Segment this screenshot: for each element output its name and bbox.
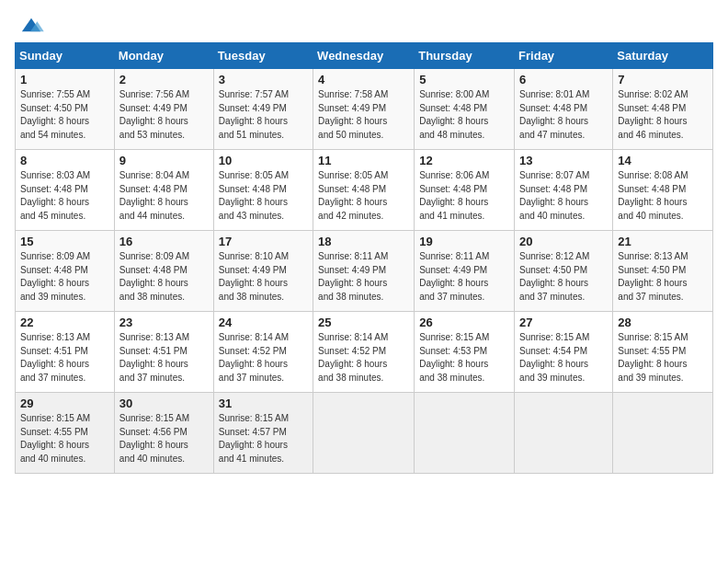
calendar-cell: 15Sunrise: 8:09 AM Sunset: 4:48 PM Dayli… [16, 231, 115, 312]
week-row-2: 8Sunrise: 8:03 AM Sunset: 4:48 PM Daylig… [16, 150, 713, 231]
day-number: 3 [219, 73, 308, 86]
calendar-cell: 16Sunrise: 8:09 AM Sunset: 4:48 PM Dayli… [114, 231, 213, 312]
calendar-cell: 28Sunrise: 8:15 AM Sunset: 4:55 PM Dayli… [613, 312, 713, 393]
weekday-monday: Monday [114, 43, 213, 69]
calendar-cell: 13Sunrise: 8:07 AM Sunset: 4:48 PM Dayli… [515, 150, 613, 231]
day-info: Sunrise: 8:11 AM Sunset: 4:49 PM Dayligh… [419, 250, 509, 304]
calendar-cell: 22Sunrise: 8:13 AM Sunset: 4:51 PM Dayli… [16, 312, 115, 393]
calendar-cell: 9Sunrise: 8:04 AM Sunset: 4:48 PM Daylig… [114, 150, 213, 231]
calendar-cell: 27Sunrise: 8:15 AM Sunset: 4:54 PM Dayli… [515, 312, 613, 393]
weekday-sunday: Sunday [16, 43, 115, 69]
day-info: Sunrise: 8:00 AM Sunset: 4:48 PM Dayligh… [419, 88, 509, 142]
calendar-cell: 31Sunrise: 8:15 AM Sunset: 4:57 PM Dayli… [213, 393, 313, 474]
calendar-cell: 11Sunrise: 8:05 AM Sunset: 4:48 PM Dayli… [313, 150, 415, 231]
calendar-cell: 4Sunrise: 7:58 AM Sunset: 4:49 PM Daylig… [313, 69, 415, 150]
day-info: Sunrise: 7:58 AM Sunset: 4:49 PM Dayligh… [318, 88, 409, 142]
day-number: 14 [618, 154, 708, 167]
day-info: Sunrise: 8:12 AM Sunset: 4:50 PM Dayligh… [519, 250, 608, 304]
calendar-cell [613, 393, 713, 474]
logo-icon [18, 15, 44, 35]
day-number: 25 [318, 316, 409, 329]
day-number: 29 [20, 396, 109, 410]
week-row-3: 15Sunrise: 8:09 AM Sunset: 4:48 PM Dayli… [16, 231, 713, 312]
day-number: 12 [419, 154, 509, 167]
day-info: Sunrise: 8:05 AM Sunset: 4:48 PM Dayligh… [219, 169, 308, 223]
day-info: Sunrise: 8:15 AM Sunset: 4:55 PM Dayligh… [20, 412, 109, 465]
calendar-cell: 5Sunrise: 8:00 AM Sunset: 4:48 PM Daylig… [415, 69, 515, 150]
day-number: 23 [119, 316, 209, 329]
day-number: 4 [318, 73, 409, 86]
day-info: Sunrise: 8:11 AM Sunset: 4:49 PM Dayligh… [318, 250, 409, 304]
day-number: 22 [20, 316, 109, 329]
day-number: 20 [519, 235, 608, 248]
calendar-cell: 29Sunrise: 8:15 AM Sunset: 4:55 PM Dayli… [16, 393, 115, 474]
day-number: 18 [318, 235, 409, 248]
day-number: 24 [219, 316, 308, 329]
calendar-cell: 6Sunrise: 8:01 AM Sunset: 4:48 PM Daylig… [515, 69, 613, 150]
day-info: Sunrise: 8:10 AM Sunset: 4:49 PM Dayligh… [219, 250, 308, 304]
calendar-cell: 3Sunrise: 7:57 AM Sunset: 4:49 PM Daylig… [213, 69, 313, 150]
header [15, 15, 713, 35]
week-row-5: 29Sunrise: 8:15 AM Sunset: 4:55 PM Dayli… [16, 393, 713, 474]
day-number: 10 [219, 154, 308, 167]
weekday-tuesday: Tuesday [213, 43, 313, 69]
day-info: Sunrise: 8:03 AM Sunset: 4:48 PM Dayligh… [20, 169, 109, 223]
day-info: Sunrise: 8:13 AM Sunset: 4:51 PM Dayligh… [119, 331, 209, 385]
weekday-thursday: Thursday [415, 43, 515, 69]
day-info: Sunrise: 8:13 AM Sunset: 4:51 PM Dayligh… [20, 331, 109, 385]
day-number: 26 [419, 316, 509, 329]
calendar-cell: 12Sunrise: 8:06 AM Sunset: 4:48 PM Dayli… [415, 150, 515, 231]
calendar-cell: 26Sunrise: 8:15 AM Sunset: 4:53 PM Dayli… [415, 312, 515, 393]
calendar-cell: 18Sunrise: 8:11 AM Sunset: 4:49 PM Dayli… [313, 231, 415, 312]
calendar-cell [515, 393, 613, 474]
day-number: 7 [618, 73, 708, 86]
day-info: Sunrise: 7:55 AM Sunset: 4:50 PM Dayligh… [20, 88, 109, 142]
day-number: 16 [119, 235, 209, 248]
day-info: Sunrise: 8:15 AM Sunset: 4:57 PM Dayligh… [219, 412, 308, 465]
weekday-header-row: SundayMondayTuesdayWednesdayThursdayFrid… [16, 43, 713, 69]
day-info: Sunrise: 8:07 AM Sunset: 4:48 PM Dayligh… [519, 169, 608, 223]
calendar-cell: 25Sunrise: 8:14 AM Sunset: 4:52 PM Dayli… [313, 312, 415, 393]
day-number: 30 [119, 396, 209, 410]
calendar-cell: 17Sunrise: 8:10 AM Sunset: 4:49 PM Dayli… [213, 231, 313, 312]
calendar-cell: 21Sunrise: 8:13 AM Sunset: 4:50 PM Dayli… [613, 231, 713, 312]
day-info: Sunrise: 8:14 AM Sunset: 4:52 PM Dayligh… [318, 331, 409, 385]
day-info: Sunrise: 8:15 AM Sunset: 4:55 PM Dayligh… [618, 331, 708, 385]
day-info: Sunrise: 8:05 AM Sunset: 4:48 PM Dayligh… [318, 169, 409, 223]
day-info: Sunrise: 8:15 AM Sunset: 4:54 PM Dayligh… [519, 331, 608, 385]
calendar-cell: 14Sunrise: 8:08 AM Sunset: 4:48 PM Dayli… [613, 150, 713, 231]
calendar-cell: 23Sunrise: 8:13 AM Sunset: 4:51 PM Dayli… [114, 312, 213, 393]
day-number: 1 [20, 73, 109, 86]
day-number: 8 [20, 154, 109, 167]
day-number: 17 [219, 235, 308, 248]
day-number: 5 [419, 73, 509, 86]
logo [15, 15, 44, 35]
calendar-cell: 10Sunrise: 8:05 AM Sunset: 4:48 PM Dayli… [213, 150, 313, 231]
day-info: Sunrise: 8:06 AM Sunset: 4:48 PM Dayligh… [419, 169, 509, 223]
day-info: Sunrise: 7:56 AM Sunset: 4:49 PM Dayligh… [119, 88, 209, 142]
day-number: 15 [20, 235, 109, 248]
day-info: Sunrise: 7:57 AM Sunset: 4:49 PM Dayligh… [219, 88, 308, 142]
calendar-cell [415, 393, 515, 474]
day-info: Sunrise: 8:15 AM Sunset: 4:56 PM Dayligh… [119, 412, 209, 465]
weekday-friday: Friday [515, 43, 613, 69]
day-number: 11 [318, 154, 409, 167]
day-number: 21 [618, 235, 708, 248]
week-row-4: 22Sunrise: 8:13 AM Sunset: 4:51 PM Dayli… [16, 312, 713, 393]
day-info: Sunrise: 8:09 AM Sunset: 4:48 PM Dayligh… [119, 250, 209, 304]
day-info: Sunrise: 8:09 AM Sunset: 4:48 PM Dayligh… [20, 250, 109, 304]
calendar-cell: 7Sunrise: 8:02 AM Sunset: 4:48 PM Daylig… [613, 69, 713, 150]
calendar-cell: 30Sunrise: 8:15 AM Sunset: 4:56 PM Dayli… [114, 393, 213, 474]
calendar-cell [313, 393, 415, 474]
day-number: 27 [519, 316, 608, 329]
day-number: 2 [119, 73, 209, 86]
logo-text [15, 15, 44, 35]
day-info: Sunrise: 8:08 AM Sunset: 4:48 PM Dayligh… [618, 169, 708, 223]
day-info: Sunrise: 8:13 AM Sunset: 4:50 PM Dayligh… [618, 250, 708, 304]
day-number: 6 [519, 73, 608, 86]
calendar-cell: 8Sunrise: 8:03 AM Sunset: 4:48 PM Daylig… [16, 150, 115, 231]
week-row-1: 1Sunrise: 7:55 AM Sunset: 4:50 PM Daylig… [16, 69, 713, 150]
day-info: Sunrise: 8:01 AM Sunset: 4:48 PM Dayligh… [519, 88, 608, 142]
weekday-wednesday: Wednesday [313, 43, 415, 69]
day-info: Sunrise: 8:04 AM Sunset: 4:48 PM Dayligh… [119, 169, 209, 223]
